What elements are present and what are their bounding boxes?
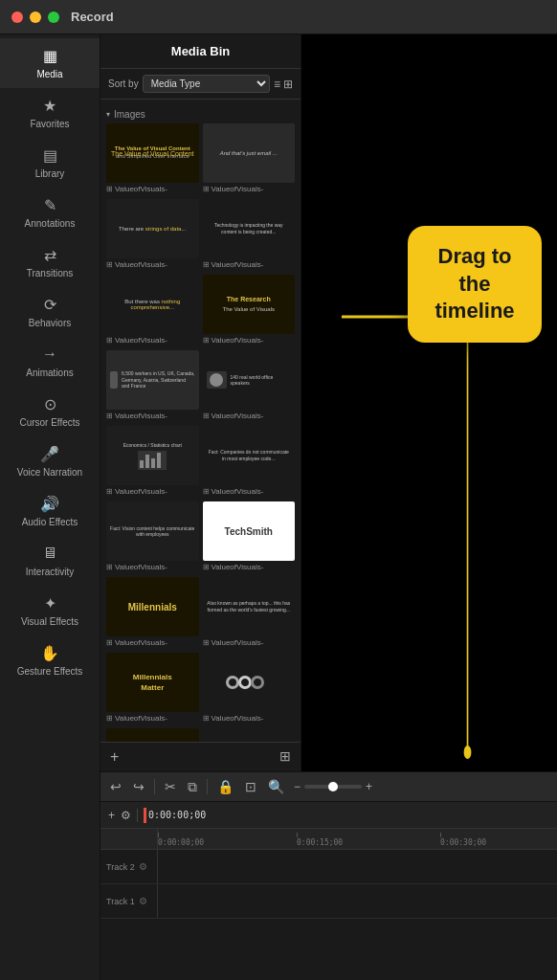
image-type-icon: ⊞ (203, 714, 210, 723)
sidebar-item-transitions[interactable]: ⇄ Transitions (0, 237, 100, 287)
list-item[interactable]: MillennialsMatter ⊞ ValueofVisuals- (106, 653, 199, 724)
media-thumbnail: 140 real world office speakers (203, 350, 296, 410)
track-1-content[interactable] (158, 884, 557, 918)
interactivity-icon: 🖥 (40, 544, 59, 563)
animations-icon: → (40, 345, 59, 364)
window-controls (11, 11, 59, 23)
undo-button[interactable]: ↩ (108, 777, 123, 796)
list-item[interactable]: The ResearchThe Value of Visuals ⊞ Value… (203, 275, 296, 346)
close-button[interactable] (11, 11, 23, 23)
ruler-track-offset (100, 829, 158, 849)
media-thumbnail: What abouteveryone else? (106, 728, 199, 742)
image-type-icon: ⊞ (106, 714, 113, 723)
copy-button[interactable]: ⧉ (186, 777, 199, 797)
zoom-track[interactable] (304, 785, 362, 789)
drag-tooltip: Drag to the timeline (408, 226, 542, 343)
track-2-settings[interactable]: ⚙ (139, 861, 147, 872)
sidebar-label-transitions: Transitions (27, 268, 74, 279)
image-type-icon: ⊞ (106, 563, 113, 571)
timeline-controls: + ⚙ 0:00:00;00 (100, 802, 557, 829)
bottom-toolbar: ↩ ↪ ✂ ⧉ 🔒 ⊡ 🔍 − + (100, 771, 557, 802)
list-item[interactable]: Fact: Companies do not communicate in mo… (203, 426, 296, 498)
main-layout: ▦ Media ★ Favorites ▤ Library ✎ Annotati… (0, 34, 557, 980)
ruler-tick-30: 0:00:30;00 (440, 833, 486, 847)
sidebar-label-library: Library (35, 168, 65, 180)
zoom-thumb[interactable] (328, 782, 338, 791)
list-item[interactable]: Technology is impacting the way content … (203, 199, 296, 271)
media-thumbnail: Also known as perhaps a top... this has … (203, 577, 296, 636)
zoom-in-button[interactable]: + (366, 780, 372, 793)
settings-button[interactable]: ⚙ (121, 809, 131, 822)
sidebar-item-gesture-effects[interactable]: ✋ Gesture Effects (0, 635, 100, 685)
sidebar-item-library[interactable]: ▤ Library (0, 138, 100, 188)
media-icon: ▦ (40, 46, 59, 65)
list-item[interactable]: 140 real world office speakers ⊞ Valueof… (203, 350, 296, 422)
sidebar-label-gesture-effects: Gesture Effects (17, 666, 83, 678)
media-item-name: ⊞ ValueofVisuals- (106, 183, 199, 195)
list-item[interactable]: Fact: Vision content helps communicate w… (106, 501, 199, 573)
add-media-button[interactable]: + (110, 748, 119, 766)
app-title: Record (71, 10, 114, 24)
media-thumbnail: TechSmith (203, 501, 296, 561)
sidebar-item-audio-effects[interactable]: 🔊 Audio Effects (0, 486, 100, 536)
section-collapse-icon[interactable]: ▾ (106, 110, 110, 119)
list-view-icon[interactable]: ≡ (274, 78, 280, 91)
media-thumbnail: Fact: Vision content helps communicate w… (106, 501, 199, 561)
sidebar-label-cursor-effects: Cursor Effects (19, 417, 79, 429)
media-thumbnail: The ResearchThe Value of Visuals (203, 275, 296, 334)
media-thumbnail: Millennials (106, 577, 199, 636)
image-type-icon: ⊞ (106, 260, 113, 269)
track-1-settings[interactable]: ⚙ (139, 896, 147, 906)
media-item-name: ⊞ ValueofVisuals- (203, 636, 296, 649)
sidebar-item-interactivity[interactable]: 🖥 Interactivity (0, 536, 100, 586)
list-item[interactable]: There are strings of data... ⊞ ValueofVi… (106, 199, 199, 271)
list-item[interactable]: What abouteveryone else? ⊞ ValueofVisual… (106, 728, 199, 742)
zoom-slider[interactable]: − + (294, 780, 372, 793)
sidebar-item-cursor-effects[interactable]: ⊙ Cursor Effects (0, 387, 100, 436)
image-type-icon: ⊞ (203, 487, 210, 496)
sidebar-item-favorites[interactable]: ★ Favorites (0, 88, 100, 138)
list-item[interactable]: But there was nothing comprehensive... ⊞… (106, 275, 199, 346)
sidebar-item-annotations[interactable]: ✎ Annotations (0, 188, 100, 237)
sidebar-item-visual-effects[interactable]: ✦ Visual Effects (0, 586, 100, 635)
media-grid: The Value of Visual Contentand Simplifie… (106, 123, 295, 742)
sidebar-item-behaviors[interactable]: ⟳ Behaviors (0, 287, 100, 337)
list-item[interactable]: ⊞ ValueofVisuals- (203, 653, 296, 724)
list-item[interactable]: ⊞ ValueofVisuals- (203, 728, 296, 742)
image-type-icon: ⊞ (203, 185, 210, 193)
zoom-out-button[interactable]: − (294, 780, 301, 793)
media-thumbnail: Fact: Companies do not communicate in mo… (203, 426, 296, 485)
list-item[interactable]: TechSmith ⊞ ValueofVisuals- (203, 501, 296, 573)
sidebar-item-animations[interactable]: → Animations (0, 337, 100, 387)
media-thumbnail: Technology is impacting the way content … (203, 199, 296, 258)
list-item[interactable]: Millennials ⊞ ValueofVisuals- (106, 577, 199, 649)
list-item[interactable]: 6,500 workers in US, UK, Canada, Germany… (106, 350, 199, 422)
minimize-button[interactable] (30, 11, 41, 23)
list-item[interactable]: Economics / Statistics chart (106, 426, 199, 498)
grid-view-icon[interactable]: ⊞ (283, 78, 293, 91)
media-thumbnail: Economics / Statistics chart (106, 426, 199, 485)
sidebar-item-voice-narration[interactable]: 🎤 Voice Narration (0, 436, 100, 486)
sidebar-label-favorites: Favorites (30, 119, 69, 130)
sort-select[interactable]: Media Type (143, 75, 270, 93)
media-thumbnail: But there was nothing comprehensive... (106, 275, 199, 334)
maximize-button[interactable] (48, 11, 59, 23)
track-2-content[interactable] (158, 850, 557, 883)
list-item[interactable]: And that's just email ... ⊞ ValueofVisua… (203, 123, 296, 195)
list-item[interactable]: The Value of Visual Contentand Simplifie… (106, 123, 199, 195)
media-scroll[interactable]: ▾ Images The Value of Visual Contentand … (100, 100, 301, 742)
lock-button[interactable]: 🔒 (215, 777, 235, 796)
cut-button[interactable]: ✂ (163, 777, 178, 796)
snap-button[interactable]: ⊡ (243, 777, 258, 796)
track-2-label: Track 2 (106, 862, 135, 872)
content-area: Media Bin Sort by Media Type ≡ ⊞ ▾ Image… (100, 34, 557, 980)
media-bin-footer: + ⊞ (100, 742, 301, 771)
sidebar-label-behaviors: Behaviors (29, 318, 71, 329)
redo-button[interactable]: ↪ (131, 777, 146, 796)
add-track-button[interactable]: + (108, 809, 115, 822)
media-item-name: ⊞ ValueofVisuals- (203, 410, 296, 422)
grid-toggle-button[interactable]: ⊞ (279, 748, 291, 766)
sort-icons: ≡ ⊞ (274, 78, 293, 91)
sidebar-item-media[interactable]: ▦ Media (0, 38, 100, 88)
list-item[interactable]: Also known as perhaps a top... this has … (203, 577, 296, 649)
